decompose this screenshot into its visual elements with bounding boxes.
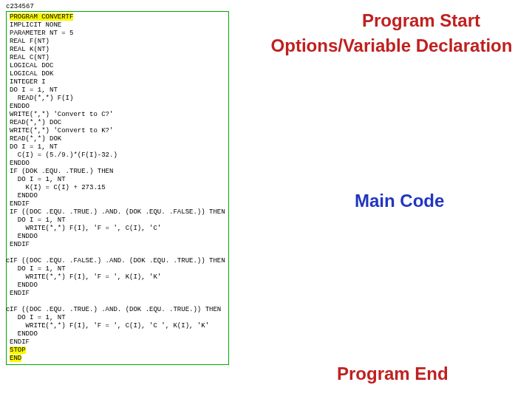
code-line: K(I) = C(I) + 273.15 [10,184,106,191]
code-line: INTEGER I [10,78,46,86]
code-line: READ(*,*) F(I) [10,95,73,102]
code-column: c234567 PROGRAM CONVERTF IMPLICIT NONE P… [6,3,229,365]
code-line: ENDIF [10,290,30,297]
code-line: WRITE(*,*) 'Convert to K?' [10,127,113,134]
code-line: ENDIF [10,338,30,346]
code-line: IF (DOK .EQU. .TRUE.) THEN [10,168,113,175]
code-block: PROGRAM CONVERTF IMPLICIT NONE PARAMETER… [6,11,229,365]
code-line: REAL C(NT) [10,54,50,61]
stop-line: STOP [10,347,26,354]
code-line: ENDDO [10,233,38,240]
code-line: ENDIF [10,200,30,208]
code-line: IF ((DOC .EQU. .TRUE.) .AND. (DOK .EQU. … [10,208,225,216]
code-line: WRITE(*,*) F(I), 'F = ', C(I), 'C ', K(I… [10,322,209,330]
label-program-start: Program Start [318,10,525,31]
code-line: DO I = 1, NT [10,143,58,151]
comment-margin-c: c [6,306,10,313]
code-line: ENDDO [10,160,30,167]
label-options-variable-declaration: Options/Variable Declaration [251,35,532,56]
code-line: LOGICAL DOK [10,70,53,78]
code-line: IF ((DOC .EQU. .FALSE.) .AND. (DOK .EQU.… [10,257,225,265]
code-line: ENDDO [10,282,38,289]
code-line: ENDIF [10,241,30,248]
code-line: IMPLICIT NONE [10,21,61,29]
label-program-end: Program End [337,364,449,384]
code-line: PARAMETER NT = 5 [10,30,73,37]
code-line: C(I) = (5./9.)*(F(I)-32.) [10,151,117,159]
code-line: WRITE(*,*) 'Convert to C?' [10,111,113,118]
code-line: READ(*,*) DOK [10,135,61,143]
label-main-code: Main Code [355,191,444,211]
code-line: LOGICAL DOC [10,62,53,69]
code-line: DO I = 1, NT [10,314,66,321]
code-line: READ(*,*) DOC [10,119,61,126]
code-line: DO I = 1, NT [10,216,66,224]
code-line: IF ((DOC .EQU. .TRUE.) .AND. (DOK .EQU. … [10,306,221,313]
code-line: WRITE(*,*) F(I), 'F = ', K(I), 'K' [10,273,161,281]
code-line: ENDDO [10,330,38,338]
code-line: ENDDO [10,192,38,200]
program-start-line: PROGRAM CONVERTF [10,13,73,21]
code-line: ENDDO [10,103,30,110]
code-line: REAL F(NT) [10,38,50,45]
column-ruler: c234567 [6,3,229,11]
code-line: DO I = 1, NT [10,86,58,94]
code-line: DO I = 1, NT [10,176,66,183]
end-line: END [10,355,21,362]
comment-margin-c: c [6,257,10,265]
code-line: REAL K(NT) [10,46,50,53]
code-line: WRITE(*,*) F(I), 'F = ', C(I), 'C' [10,225,161,232]
code-line: DO I = 1, NT [10,265,66,273]
